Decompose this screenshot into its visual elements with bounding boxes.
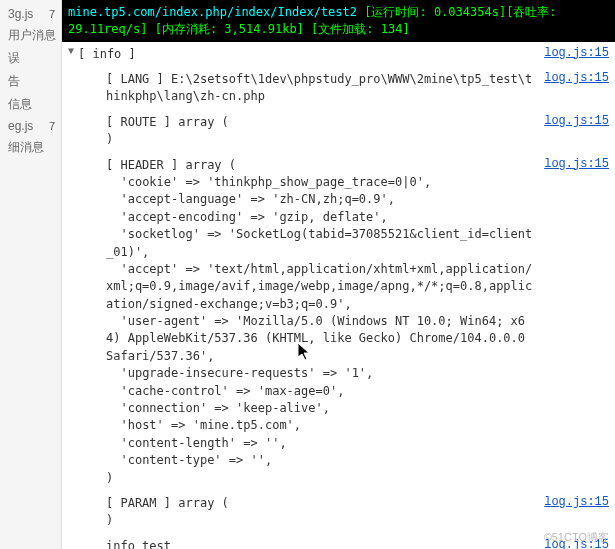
log-text: [ PARAM ] array ( ): [78, 493, 536, 532]
sidebar: 3g.js7 用户消息 误 告 信息 eg.js7 细消息: [0, 0, 62, 549]
collapse-toggle-icon[interactable]: ▼: [64, 46, 78, 57]
log-text: [ HEADER ] array ( 'cookie' => 'thinkphp…: [78, 155, 536, 489]
log-text: [ LANG ] E:\2setsoft\1dev\phpstudy_pro\W…: [78, 69, 536, 108]
sidebar-item-badge: 7: [49, 120, 55, 132]
trace-stats: 29.11req/s] [内存消耗: 3,514.91kb] [文件加载: 13…: [68, 22, 410, 36]
sidebar-item[interactable]: eg.js7: [0, 116, 61, 136]
sidebar-item[interactable]: 用户消息: [0, 24, 61, 47]
log-entry: [ HEADER ] array ( 'cookie' => 'thinkphp…: [62, 153, 615, 491]
sidebar-item-label: 告: [8, 73, 20, 90]
source-link[interactable]: log.js:15: [544, 493, 609, 509]
log-area: ▼ [ info ] log.js:15 [ LANG ] E:\2setsof…: [62, 42, 615, 549]
sidebar-item-label: 3g.js: [8, 7, 33, 21]
source-link[interactable]: log.js:15: [544, 112, 609, 128]
sidebar-item[interactable]: 细消息: [0, 136, 61, 159]
trace-url: mine.tp5.com/index.php/index/Index/test2: [68, 5, 357, 19]
log-text: info test: [78, 536, 536, 549]
sidebar-item-label: eg.js: [8, 119, 33, 133]
sidebar-item[interactable]: 告: [0, 70, 61, 93]
log-text: [ ROUTE ] array ( ): [78, 112, 536, 151]
sidebar-item[interactable]: 3g.js7: [0, 4, 61, 24]
console-main: mine.tp5.com/index.php/index/Index/test2…: [62, 0, 615, 549]
log-entry: info test log.js:15: [62, 534, 615, 549]
trace-header: mine.tp5.com/index.php/index/Index/test2…: [62, 0, 615, 42]
log-entry: [ LANG ] E:\2setsoft\1dev\phpstudy_pro\W…: [62, 67, 615, 110]
group-label: [ info ]: [78, 44, 536, 65]
watermark: ©51CTO博客: [544, 530, 609, 545]
sidebar-item-label: 细消息: [8, 139, 44, 156]
sidebar-item[interactable]: 信息: [0, 93, 61, 116]
sidebar-item-label: 误: [8, 50, 20, 67]
sidebar-item-label: 用户消息: [8, 27, 56, 44]
group-info[interactable]: ▼ [ info ] log.js:15: [62, 42, 615, 67]
log-entry: [ ROUTE ] array ( ) log.js:15: [62, 110, 615, 153]
sidebar-item-badge: 7: [49, 8, 55, 20]
sidebar-item-label: 信息: [8, 96, 32, 113]
source-link[interactable]: log.js:15: [544, 69, 609, 85]
trace-runtime: [运行时间: 0.034354s][吞吐率:: [357, 5, 557, 19]
sidebar-item[interactable]: 误: [0, 47, 61, 70]
log-entry: [ PARAM ] array ( ) log.js:15: [62, 491, 615, 534]
source-link[interactable]: log.js:15: [544, 44, 609, 60]
source-link[interactable]: log.js:15: [544, 155, 609, 171]
